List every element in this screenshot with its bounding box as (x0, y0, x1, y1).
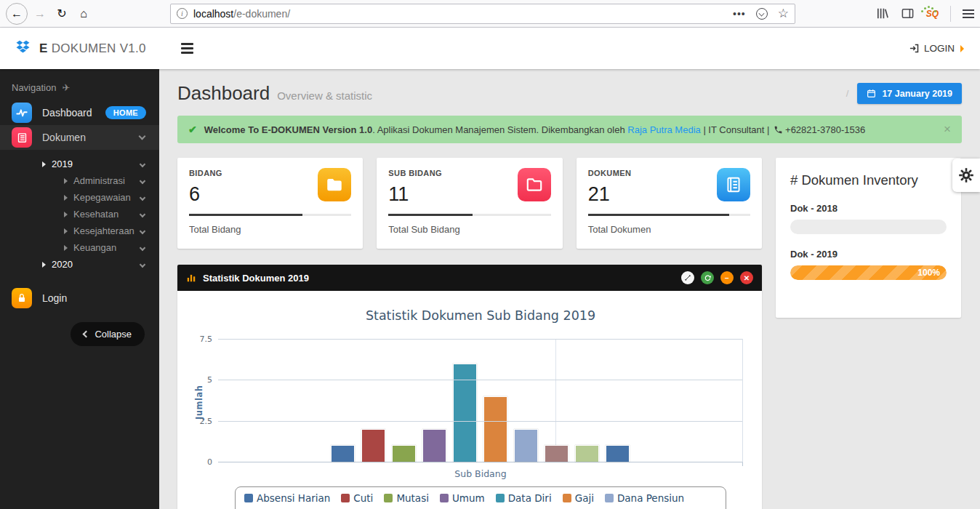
chevron-down-icon (140, 177, 145, 183)
stat-divider (588, 214, 750, 216)
bar-gaji[interactable] (483, 396, 507, 462)
caret-right-icon (960, 45, 964, 52)
folder-open-icon (518, 168, 551, 201)
legend-label: Gaji (575, 492, 594, 504)
brand-text: E DOKUMEN V1.0 (39, 41, 146, 56)
url-bar[interactable]: i localhost/e-dokumen/ ••• ☆ (170, 4, 795, 24)
wrench-button[interactable] (681, 271, 694, 284)
caret-right-icon (42, 161, 46, 167)
page-actions-icon[interactable]: ••• (733, 8, 746, 20)
bar-absensi-harian[interactable] (331, 445, 355, 462)
site-info-icon[interactable]: i (177, 8, 188, 19)
screen: ← → ↻ ⌂ i localhost/e-dokumen/ ••• ☆ SQ (0, 0, 980, 509)
extension-sq-icon[interactable]: SQ (926, 9, 939, 19)
legend-item-data-diri[interactable]: Data Diri (496, 492, 552, 504)
bar-data-diri[interactable] (453, 364, 477, 462)
y-tick-label: 5 (189, 375, 212, 385)
caret-right-icon (64, 195, 68, 201)
legend-item-absensi-harian[interactable]: Absensi Harian (244, 492, 330, 504)
sidebars-icon[interactable] (901, 7, 915, 20)
settings-gear-button[interactable] (952, 159, 980, 192)
pocket-icon[interactable] (756, 8, 768, 20)
bar-batita[interactable] (606, 445, 630, 462)
legend-swatch-icon (244, 494, 253, 502)
sidebar-toggle-icon[interactable] (181, 43, 193, 54)
bar-mutasi[interactable] (392, 445, 416, 462)
legend-item-dana-pensiun[interactable]: Dana Pensiun (605, 492, 684, 504)
app-navbar: E DOKUMEN V1.0 LOGIN (0, 28, 980, 69)
chevron-left-icon (83, 331, 90, 338)
inventory-panel: # Dokumen Inventory Dok - 2018Dok - 2019… (776, 158, 961, 318)
bar-kredit-ukm[interactable] (575, 445, 599, 462)
back-button[interactable]: ← (6, 3, 28, 25)
stat-divider (388, 214, 550, 216)
sidebar-tree-item-2019[interactable]: 2019 (0, 156, 159, 172)
stat-card-bidang: BIDANG 6 Total Bidang (177, 158, 363, 249)
legend-swatch-icon (605, 494, 614, 502)
breadcrumb: / (846, 88, 849, 99)
bar-dana-pensiun[interactable] (514, 429, 538, 462)
login-link[interactable]: LOGIN (909, 43, 964, 54)
sidebar-tree-item-kesehatan[interactable]: Kesehatan (0, 206, 159, 223)
tree-item-label: Kesejahteraan (73, 225, 134, 236)
document-icon (12, 127, 32, 148)
sidebar-section-label: Navigation✈ (0, 71, 159, 100)
browser-menu-icon[interactable] (963, 9, 974, 18)
sidebar-tree-item-2020[interactable]: 2020 (0, 256, 159, 273)
stat-caption: Total Dokumen (588, 224, 750, 235)
x-axis-title: Sub Bidang (218, 468, 743, 479)
close-icon[interactable]: × (944, 122, 951, 137)
url-text: localhost/e-dokumen/ (193, 8, 290, 20)
sidebar-item-login[interactable]: Login (0, 286, 159, 310)
bar-cuti[interactable] (361, 429, 385, 462)
legend-item-cuti[interactable]: Cuti (341, 492, 373, 504)
reload-button[interactable]: ↻ (51, 3, 73, 25)
minimize-button[interactable]: − (720, 271, 734, 284)
chevron-down-icon (140, 244, 145, 250)
vendor-link[interactable]: Raja Putra Media (627, 124, 700, 135)
bookmark-star-icon[interactable]: ☆ (778, 6, 789, 21)
caret-right-icon (64, 178, 68, 184)
collapse-button[interactable]: Collapse (71, 322, 145, 346)
legend-swatch-icon (496, 494, 505, 502)
chart-panel-title: Statistik Dokumen 2019 (203, 273, 309, 284)
phone-icon (774, 125, 783, 135)
caret-right-icon (64, 245, 68, 251)
sign-in-icon (909, 43, 920, 54)
sidebar-tree-item-kesejahteraan[interactable]: Kesejahteraan (0, 223, 159, 239)
legend-item-mutasi[interactable]: Mutasi (384, 492, 429, 504)
chart-body: Statistik Dokumen Sub Bidang 2019 Jumlah… (177, 291, 762, 509)
tree-item-label: Kesehatan (73, 209, 119, 220)
home-button[interactable]: ⌂ (73, 3, 95, 25)
brand[interactable]: E DOKUMEN V1.0 (13, 39, 146, 57)
sidebar-item-label: Login (42, 292, 67, 304)
caret-right-icon (64, 228, 68, 234)
legend-swatch-icon (384, 494, 393, 502)
lock-icon (12, 288, 32, 308)
legend-item-gaji[interactable]: Gaji (563, 492, 594, 504)
stat-caption: Total Sub Bidang (388, 224, 550, 235)
date-button[interactable]: 17 January 2019 (857, 83, 962, 104)
sidebar-tree-item-administrasi[interactable]: Administrasi (0, 172, 159, 189)
chevron-down-icon (140, 228, 145, 233)
pulse-icon (12, 103, 32, 123)
legend-swatch-icon (440, 494, 449, 502)
sidebar-tree-item-keuangan[interactable]: Keuangan (0, 239, 159, 256)
bar-umum[interactable] (422, 429, 446, 462)
sidebar-item-dashboard[interactable]: Dashboard HOME (0, 100, 159, 125)
refresh-button[interactable] (701, 271, 714, 284)
sidebar-tree: 2019AdministrasiKepegawaianKesehatanKese… (0, 156, 159, 273)
caret-right-icon (42, 262, 46, 268)
forward-button[interactable]: → (29, 3, 51, 25)
legend-item-umum[interactable]: Umum (440, 492, 485, 504)
sidebar-item-dokumen[interactable]: Dokumen (0, 125, 159, 150)
close-panel-button[interactable]: ✕ (740, 271, 753, 284)
bar-pelatihan-kerja[interactable] (545, 445, 569, 462)
browser-toolbar: ← → ↻ ⌂ i localhost/e-dokumen/ ••• ☆ SQ (0, 0, 980, 28)
main-content: Dashboard Overview & statistic / 17 Janu… (159, 69, 980, 509)
date-label: 17 January 2019 (882, 89, 952, 99)
stat-divider (189, 214, 351, 216)
sidebar-tree-item-kepegawaian[interactable]: Kepegawaian (0, 189, 159, 206)
library-icon[interactable] (875, 7, 889, 20)
chevron-down-icon (140, 211, 145, 217)
